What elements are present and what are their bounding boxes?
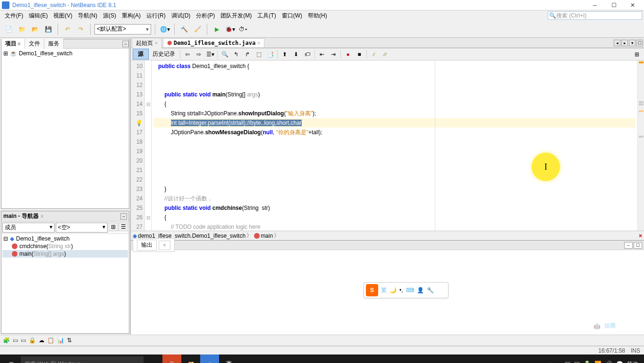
menu-nav[interactable]: 导航(N) (75, 11, 100, 21)
forward-button[interactable]: ⇨ (194, 49, 204, 60)
tray-icon[interactable]: 🛡 (574, 361, 580, 363)
run-button[interactable]: ▶ (211, 24, 222, 35)
close-icon[interactable]: × (17, 41, 21, 47)
expand-icon[interactable]: ⊞ (3, 50, 8, 57)
config-combo[interactable]: <默认配置>▾ (94, 24, 151, 35)
profile-button[interactable]: ⏱▾ (237, 24, 249, 35)
comment-button[interactable]: ⫽ (369, 49, 379, 60)
task-notepad[interactable]: 📓 (219, 354, 238, 363)
bookmark-button[interactable]: 📑 (265, 49, 275, 60)
redo-button[interactable]: ↷ (75, 24, 86, 35)
icon-button[interactable]: 🔒 (29, 337, 36, 344)
search-input[interactable]: 🔍 搜索 (Ctrl+I) (548, 11, 642, 20)
icon-button[interactable]: 📊 (57, 337, 64, 344)
macro-record-button[interactable]: ● (343, 49, 353, 60)
menu-source[interactable]: 源(S) (100, 11, 119, 21)
macro-stop-button[interactable]: ■ (354, 49, 364, 60)
next-bookmark-button[interactable]: ⬇ (291, 49, 301, 60)
close-icon[interactable]: × (155, 41, 158, 46)
fold-column[interactable]: ⊟⊟ (145, 60, 152, 231)
tray-icon[interactable]: 🛡 (565, 361, 570, 363)
close-button[interactable]: ✕ (623, 0, 642, 10)
tabs-dropdown-button[interactable]: ▾ (629, 40, 636, 46)
nav-class[interactable]: ⊟◆Demo1_iflese_switch (2, 235, 128, 242)
icon-button[interactable]: ▭ (13, 337, 18, 344)
task-powerpoint[interactable]: P (162, 354, 181, 363)
tray-record-icon[interactable]: ● (558, 361, 561, 363)
menu-help[interactable]: 帮助(H) (305, 11, 330, 21)
close-icon[interactable]: × (41, 213, 44, 220)
minimize-button[interactable]: ─ (585, 0, 604, 10)
shift-right-button[interactable]: ⇥ (328, 49, 339, 60)
highlight-button[interactable]: ⬚ (254, 49, 264, 60)
source-button[interactable]: 源 (133, 49, 149, 60)
collapse-icon[interactable]: ⊟ (3, 235, 8, 242)
start-button[interactable]: ⊞ (2, 354, 21, 363)
split-editor-button[interactable]: ⊞ (632, 49, 642, 60)
filter-button[interactable]: ☰ (119, 223, 128, 231)
uncomment-button[interactable]: ⫻ (380, 49, 390, 60)
menu-refactor[interactable]: 重构(A) (119, 11, 144, 21)
menu-edit[interactable]: 编辑(E) (26, 11, 51, 21)
tray-notifications-icon[interactable]: 💬 (616, 361, 623, 363)
project-tree[interactable]: ⊞ ☕ Demo1_iflese_switch (1, 49, 129, 208)
save-all-button[interactable]: 💾 (42, 24, 54, 35)
error-strip[interactable] (637, 60, 644, 231)
task-netbeans[interactable]: ◆ (200, 354, 219, 363)
tray-language[interactable]: 简体 (627, 360, 638, 363)
maximize-editor-button[interactable]: ☐ (636, 40, 643, 46)
icon-button[interactable]: 📋 (47, 337, 54, 344)
minimize-panel-button[interactable]: – (120, 213, 127, 220)
nav-method-selected[interactable]: main(String[] args) (2, 250, 128, 258)
tab-files[interactable]: 文件 (25, 39, 44, 49)
icon-button[interactable]: ☁ (39, 337, 44, 344)
members-combo[interactable]: 成员▾ (2, 223, 55, 233)
tray-icon[interactable]: 🔋 (584, 361, 591, 363)
ime-lang-button[interactable]: 英 (381, 286, 387, 294)
find-next-button[interactable]: ↱ (242, 49, 253, 60)
menu-analyze[interactable]: 分析(P) (193, 11, 218, 21)
icon-button[interactable]: ▭ (21, 337, 26, 344)
tab-projects[interactable]: 项目 × (1, 39, 25, 49)
menu-view[interactable]: 视图(V) (51, 11, 75, 21)
find-button[interactable]: 🔍 (220, 49, 230, 60)
clean-build-button[interactable]: 🧹 (192, 24, 203, 35)
tree-root[interactable]: ⊞ ☕ Demo1_iflese_switch (2, 50, 128, 57)
ime-moon-icon[interactable]: 🌙 (390, 287, 397, 294)
history-button[interactable]: 历史记录 (150, 49, 178, 60)
ime-settings-icon[interactable]: 🔧 (427, 287, 434, 294)
breadcrumb-method[interactable]: main 〉 (254, 232, 280, 240)
find-prev-button[interactable]: ↰ (231, 49, 241, 60)
nav-dropdown[interactable]: ☰▾ (205, 49, 215, 60)
next-tab-button[interactable]: ▸ (621, 40, 628, 46)
navigator-tree[interactable]: ⊟◆Demo1_iflese_switch cmdchinse(String s… (1, 234, 129, 333)
open-button[interactable]: 📂 (29, 24, 41, 35)
icon-button[interactable]: 🧩 (3, 337, 10, 344)
tab-services[interactable]: 服务 (44, 39, 64, 49)
menu-window[interactable]: 窗口(W) (279, 11, 305, 21)
tray-icon[interactable]: ▲ (548, 361, 554, 363)
menu-run[interactable]: 运行(R) (144, 11, 169, 21)
minimize-panel-button[interactable]: – (624, 242, 633, 249)
undo-button[interactable]: ↶ (62, 24, 73, 35)
close-icon[interactable]: × (257, 41, 260, 46)
tab-startpage[interactable]: 起始页× (132, 38, 162, 48)
task-explorer[interactable]: 📁 (181, 354, 200, 363)
back-button[interactable]: ⇦ (182, 49, 193, 60)
prev-bookmark-button[interactable]: ⬆ (280, 49, 290, 60)
nav-method[interactable]: cmdchinse(String str) (2, 242, 128, 250)
ime-punct-button[interactable]: •, (399, 287, 403, 294)
debug-button[interactable]: 🐞▾ (224, 24, 236, 35)
menu-file[interactable]: 文件(F) (2, 11, 26, 21)
maximize-button[interactable]: ☐ (604, 0, 623, 10)
sogou-icon[interactable]: S (366, 284, 378, 296)
toggle-bookmark-button[interactable]: 🏷 (302, 49, 313, 60)
ime-toolbar[interactable]: S 英 🌙 •, ⌨ 👤 🔧 (364, 282, 449, 298)
icon-button[interactable]: ⇅ (67, 337, 72, 344)
ime-user-icon[interactable]: 👤 (417, 287, 424, 294)
menu-team[interactable]: 团队开发(M) (218, 11, 254, 21)
filter-button[interactable]: ⊞ (109, 223, 118, 231)
empty-combo[interactable]: <空>▾ (56, 223, 108, 233)
ime-keyboard-icon[interactable]: ⌨ (406, 287, 414, 294)
tab-java-file[interactable]: ⬢Demo1_iflese_switch.java× (163, 38, 264, 47)
